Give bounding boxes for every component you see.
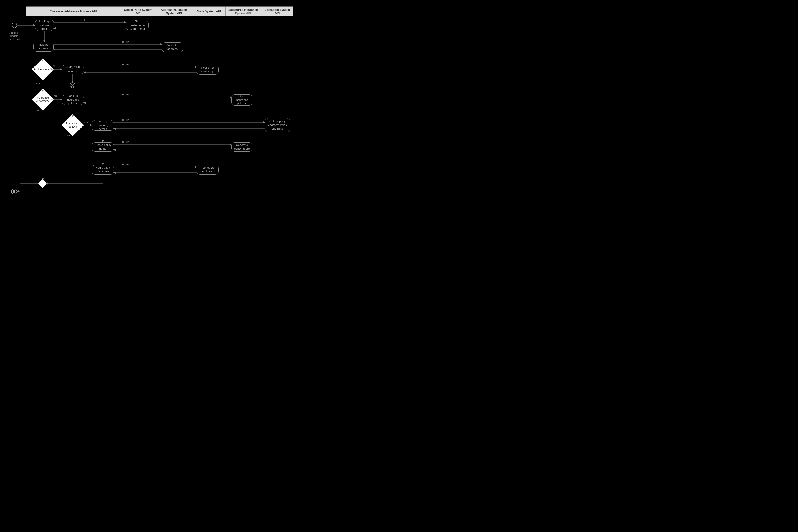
edge-label-http: HTTP (122, 63, 129, 66)
lane-divider (120, 16, 121, 195)
box-generate-quote: Generate policy quote (231, 142, 252, 152)
box-lookup-profile: Look up customer profile (35, 20, 54, 31)
edge-label-http: HTTP (122, 118, 129, 121)
box-retrieve-policies: Retrieve insurance policies (231, 94, 252, 106)
box-lookup-property: Look up property details (92, 120, 114, 131)
edge-label-no: No (67, 134, 70, 136)
lane-header-global: Global Party System API (120, 7, 156, 16)
edge-label-http: HTTP (80, 19, 87, 21)
box-notify-csr-error: Notify CSR of error (62, 65, 84, 74)
edge-label-no: No (36, 109, 40, 111)
edge-label-http: HTTP (122, 163, 129, 166)
box-validate-address-remote: Validate address (162, 42, 183, 52)
box-get-property: Get property characteristics and risks (265, 118, 290, 132)
edge-label-http: HTTP (122, 40, 129, 43)
box-post-error: Post error messsage (197, 65, 219, 75)
end-event-icon (11, 189, 17, 194)
lane-header-sfins: Salesforce Insurance System API (225, 7, 261, 16)
terminate-icon (70, 82, 75, 88)
lane-header-addrval: Address Validation System API (156, 7, 192, 16)
box-create-quote: Create policy quote (92, 142, 114, 152)
lane-divider (225, 16, 226, 195)
edge-label-yes: Yes (53, 94, 58, 97)
lane-divider (261, 16, 261, 195)
decision-insurance-customer-label: Insurance customer? (32, 92, 54, 108)
decision-address-valid-label: Address valid? (32, 61, 54, 77)
edge-label-yes: Yes (84, 121, 88, 124)
box-lookup-policies: Look up insurance policies (62, 95, 84, 105)
start-event-label: Address update published (5, 31, 23, 41)
edge-label-yes: Yes (36, 82, 40, 84)
start-event-icon (12, 23, 17, 28)
box-find-customer: Find customer in Global Data (126, 21, 149, 30)
box-validate-address: Validate address (33, 42, 54, 52)
decision-has-property-label: Has property policy? (62, 117, 84, 133)
edge-label-http: HTTP (122, 93, 129, 96)
box-notify-success: Notify CSR of success (92, 165, 114, 175)
box-post-quote: Post quote notification (197, 165, 219, 175)
lane-divider (192, 16, 192, 195)
edge-label-http: HTTP (122, 140, 129, 143)
lane-header-process: Customer Addresses Process API (26, 7, 120, 16)
lane-header-slack: Slack System API (192, 7, 225, 16)
lane-header-core: CoreLogic System API (261, 7, 293, 16)
